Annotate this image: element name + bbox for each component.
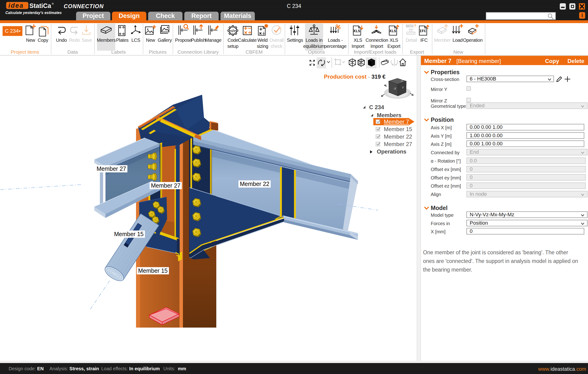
svg-text:XLS: XLS xyxy=(354,29,360,33)
svg-text:-Z: -Z xyxy=(400,79,403,82)
svg-text:-X: -X xyxy=(393,87,396,90)
svg-text:IFC: IFC xyxy=(420,29,426,33)
svg-text:idea: idea xyxy=(8,2,24,9)
svg-text:StatiCa: StatiCa xyxy=(29,2,51,9)
svg-text:®: ® xyxy=(52,2,54,5)
svg-text:</>: </> xyxy=(230,29,236,33)
svg-text:XLS: XLS xyxy=(389,29,396,33)
svg-text:BETA: BETA xyxy=(406,24,413,28)
svg-text:Y: Y xyxy=(402,86,404,89)
